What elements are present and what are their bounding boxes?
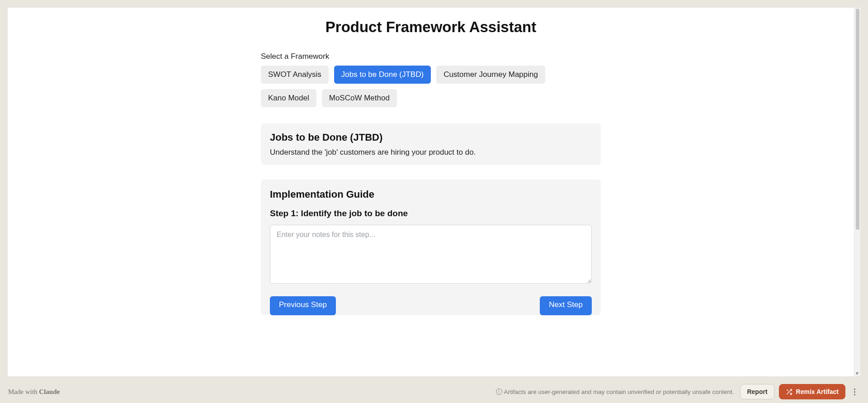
more-menu-button[interactable]	[849, 389, 860, 395]
step-navigation: Previous Step Next Step	[270, 296, 592, 315]
scroll-area[interactable]: Product Framework Assistant Select a Fra…	[8, 8, 854, 376]
previous-step-label: Previous Step	[279, 301, 327, 308]
frameworks-label: Select a Framework	[261, 52, 601, 61]
disclaimer-text: Artifacts are user-generated and may con…	[504, 389, 734, 395]
made-with-brand: Claude	[39, 388, 60, 395]
scrollbar-thumb[interactable]	[856, 9, 859, 230]
made-with-label: Made with Claude	[8, 388, 60, 396]
remix-label: Remix Artifact	[796, 388, 839, 395]
report-button[interactable]: Report	[740, 384, 774, 399]
step-notes-input[interactable]	[270, 225, 592, 284]
framework-summary-panel: Jobs to be Done (JTBD) Understand the 'j…	[261, 123, 601, 165]
next-step-label: Next Step	[549, 301, 583, 308]
framework-chip-swot[interactable]: SWOT Analysis	[261, 66, 329, 84]
footer-bar: Made with Claude i Artifacts are user-ge…	[0, 380, 868, 403]
guide-heading: Implementation Guide	[270, 189, 592, 200]
main-content: Product Framework Assistant Select a Fra…	[261, 19, 601, 315]
framework-chips: SWOT Analysis Jobs to be Done (JTBD) Cus…	[261, 66, 601, 107]
app-frame: Product Framework Assistant Select a Fra…	[4, 4, 864, 380]
framework-chip-jtbd[interactable]: Jobs to be Done (JTBD)	[334, 66, 431, 84]
info-icon: i	[496, 389, 502, 395]
previous-step-button[interactable]: Previous Step	[270, 296, 336, 315]
svg-line-2	[787, 389, 788, 391]
guide-step-title: Step 1: Identify the job to be done	[270, 209, 592, 218]
framework-chip-moscow[interactable]: MoSCoW Method	[322, 89, 397, 107]
framework-chip-cjm[interactable]: Customer Journey Mapping	[436, 66, 545, 84]
page-title: Product Framework Assistant	[261, 19, 601, 36]
framework-summary-title: Jobs to be Done (JTBD)	[270, 132, 592, 143]
implementation-guide-panel: Implementation Guide Step 1: Identify th…	[261, 180, 601, 315]
framework-chip-kano[interactable]: Kano Model	[261, 89, 316, 107]
report-label: Report	[747, 388, 767, 395]
scroll-down-icon[interactable]: ▼	[854, 370, 860, 376]
shuffle-icon	[786, 389, 793, 395]
remix-artifact-button[interactable]: Remix Artifact	[779, 384, 845, 399]
app-canvas: Product Framework Assistant Select a Fra…	[7, 7, 861, 377]
framework-summary-description: Understand the 'job' customers are hirin…	[270, 148, 592, 157]
disclaimer: i Artifacts are user-generated and may c…	[496, 389, 734, 395]
made-with-prefix: Made with	[8, 388, 39, 395]
next-step-button[interactable]: Next Step	[540, 296, 592, 315]
scrollbar-track[interactable]: ▲ ▼	[854, 8, 860, 376]
